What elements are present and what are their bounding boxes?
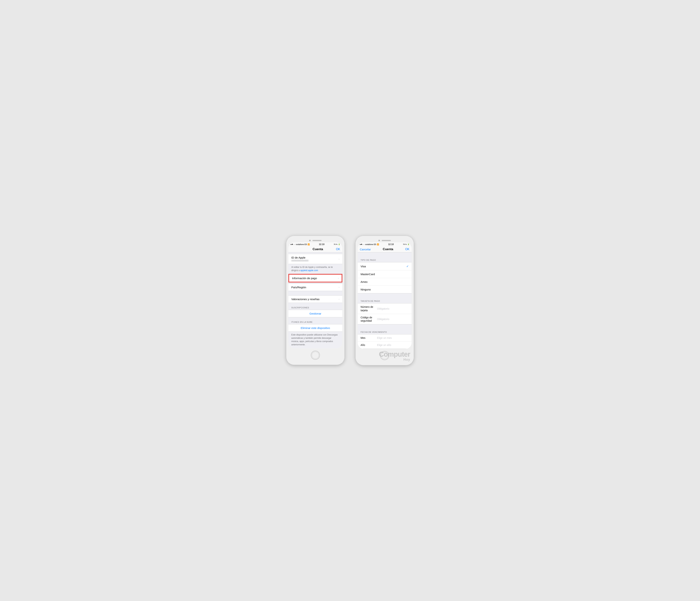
visa-label: Visa [360, 265, 366, 268]
apple-id-link[interactable]: appleid.apple.com [300, 269, 318, 272]
anno-label: Año [360, 343, 377, 346]
phone-left: vodafone ES 📶 12:10 75 % 🔋 Cuenta OK [286, 236, 345, 365]
amex-label: Amex [360, 280, 368, 283]
payment-info-label: Información de pago [292, 277, 317, 280]
itunes-header: iTUNES EN LA NUBE [289, 317, 342, 324]
nav-ok-left[interactable]: OK [336, 248, 340, 251]
spacer-3 [289, 291, 342, 295]
battery-icon-left: 🔋 [338, 243, 340, 245]
phone-bottom-left [289, 348, 342, 363]
time-right: 12:10 [388, 243, 394, 246]
spacer-r1 [358, 253, 411, 255]
ratings-group: Valoraciones y reseñas › [289, 295, 342, 303]
camera-right [378, 240, 380, 241]
battery-icon-right: 🔋 [407, 243, 409, 245]
anno-row[interactable]: Año Elige un año [358, 341, 411, 348]
payment-info-chevron: › [338, 277, 339, 280]
anno-placeholder: Elige un año [377, 343, 391, 346]
status-bar-left: vodafone ES 📶 12:10 75 % 🔋 [289, 242, 342, 246]
spacer-r2 [358, 293, 411, 296]
nav-title-right: Cuenta [383, 247, 393, 251]
payment-type-amex[interactable]: Amex [358, 278, 411, 286]
apple-id-value: ●●●●●●●●●●●● [291, 259, 308, 262]
speaker-left [312, 240, 322, 241]
camera-left [309, 240, 310, 241]
mes-row[interactable]: Mes Elige un mes [358, 334, 411, 341]
apple-id-chevron: › [339, 258, 340, 260]
screen-content-left: ID de Apple ●●●●●●●●●●●● › Al editar tu … [289, 253, 342, 348]
payment-info-group: Información de pago › [289, 274, 342, 282]
country-group: País/Región › [289, 284, 342, 291]
status-right-right: 75 % 🔋 [403, 243, 409, 245]
watermark-computer: Computer [379, 351, 410, 358]
status-left-right: vodafone ES 📶 [360, 243, 379, 245]
signal-dot-r3 [362, 244, 363, 245]
signal-dot-4 [294, 244, 295, 245]
speaker-right [382, 240, 391, 241]
payment-type-mastercard[interactable]: MasterCard [358, 270, 411, 278]
payment-type-ninguno[interactable]: Ninguno [358, 286, 411, 293]
signal-dot-2 [292, 244, 293, 245]
visa-checkmark: ✓ [406, 265, 409, 268]
ratings-row[interactable]: Valoraciones y reseñas › [289, 295, 342, 303]
phone-top-bar-right [358, 238, 411, 242]
carrier-left: vodafone ES [296, 243, 307, 245]
apple-id-group: ID de Apple ●●●●●●●●●●●● › [289, 254, 342, 264]
eliminar-row[interactable]: Eliminar este dispositivo [289, 324, 342, 332]
signal-dot-3 [293, 244, 294, 245]
payment-type-visa[interactable]: Visa ✓ [358, 262, 411, 270]
signal-dot-r4 [364, 244, 365, 245]
security-code-row[interactable]: Código deseguridad Obligatorio [358, 314, 411, 324]
apple-id-label: ID de Apple [291, 256, 308, 259]
screen-content-right: TIPO DE PAGO Visa ✓ MasterCard Amex Ning… [358, 253, 411, 348]
fecha-header: FECHA DE VENCIMIENTO [358, 327, 411, 334]
status-right-left: 75 % 🔋 [333, 243, 340, 245]
nav-bar-right: Cancelar Cuenta OK [358, 246, 411, 253]
signal-dots-left [291, 244, 295, 245]
card-number-label: Número detarjeta [360, 305, 377, 312]
eliminar-label: Eliminar este dispositivo [301, 327, 330, 330]
carrier-right: vodafone ES [365, 243, 376, 245]
suscripciones-header: SUSCRIPCIONES [289, 303, 342, 310]
security-code-placeholder: Obligatorio [377, 318, 390, 320]
phone-right: vodafone ES 📶 12:10 75 % 🔋 Cancelar Cuen… [355, 236, 414, 365]
watermark-hoy: Hoy [379, 358, 410, 362]
nav-cancel-right[interactable]: Cancelar [360, 248, 371, 251]
ninguno-label: Ninguno [360, 288, 371, 291]
nav-bar-left: Cuenta OK [289, 246, 342, 253]
battery-text-right: 75 % [403, 243, 407, 245]
nav-ok-right[interactable]: OK [405, 248, 409, 251]
gestionar-row[interactable]: Gestionar [289, 310, 342, 317]
payment-type-group: Visa ✓ MasterCard Amex Ninguno [358, 262, 411, 293]
card-number-row[interactable]: Número detarjeta Obligatorio [358, 304, 411, 314]
phone-inner-left: vodafone ES 📶 12:10 75 % 🔋 Cuenta OK [289, 242, 342, 348]
mastercard-label: MasterCard [360, 272, 375, 276]
apple-id-row[interactable]: ID de Apple ●●●●●●●●●●●● › [289, 254, 342, 264]
wifi-icon-left: 📶 [307, 243, 310, 245]
status-bar-right: vodafone ES 📶 12:10 75 % 🔋 [358, 242, 411, 246]
ratings-label: Valoraciones y reseñas [291, 297, 320, 301]
spacer-2 [289, 282, 342, 284]
tarjeta-pago-header: TARJETA DE PAGO [358, 296, 411, 303]
phone-inner-right: vodafone ES 📶 12:10 75 % 🔋 Cancelar Cuen… [358, 242, 411, 348]
status-left-left: vodafone ES 📶 [291, 243, 310, 245]
tipo-pago-header: TIPO DE PAGO [358, 255, 411, 262]
country-label: País/Región [291, 286, 306, 289]
itunes-description: Este dispositivo puede utilizarse con De… [289, 332, 342, 348]
date-fields-group: Mes Elige un mes Año Elige un año [358, 334, 411, 348]
country-row[interactable]: País/Región › [289, 284, 342, 291]
home-button-inner-left [312, 352, 319, 359]
home-button-left[interactable] [311, 351, 320, 360]
card-fields-group: Número detarjeta Obligatorio Código dese… [358, 303, 411, 324]
apple-id-label-col: ID de Apple ●●●●●●●●●●●● [291, 256, 308, 262]
card-number-placeholder: Obligatorio [377, 307, 390, 310]
ratings-chevron: › [339, 298, 340, 300]
mes-label: Mes [360, 336, 377, 339]
time-left: 12:10 [319, 243, 324, 246]
security-code-label: Código deseguridad [360, 316, 377, 322]
signal-dot-r2 [361, 244, 362, 245]
signal-dot-1 [291, 244, 292, 245]
payment-info-row[interactable]: Información de pago › [289, 274, 342, 282]
wifi-icon-right: 📶 [377, 243, 379, 245]
page-container: vodafone ES 📶 12:10 75 % 🔋 Cuenta OK [286, 236, 414, 365]
